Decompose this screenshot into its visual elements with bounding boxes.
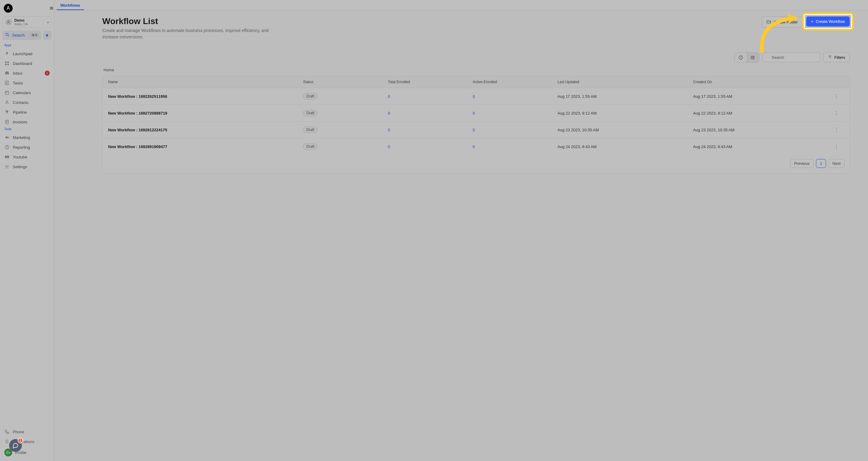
checklist-icon [4,80,10,86]
col-total-enrolled: Total Enrolled [388,80,472,84]
sidebar-item-tasks[interactable]: Tasks [2,78,52,88]
sidebar-item-inbox[interactable]: Inbox 0 [2,68,52,78]
status-badge: Draft [303,110,317,116]
inbox-count-badge: 0 [45,71,50,76]
row-actions-icon[interactable]: ⋮ [829,144,844,150]
section-tools-label: Tools [2,127,52,133]
create-folder-button[interactable]: Create Folder [762,17,802,28]
view-list-button[interactable] [747,53,759,62]
created-on: Aug 17 2023, 1:55 AM [693,94,829,99]
status-badge: Draft [303,126,317,133]
page-title: Workflow List [102,17,279,26]
total-enrolled[interactable]: 0 [388,128,472,132]
tab-workflows[interactable]: Workflows [57,1,84,10]
row-actions-icon[interactable]: ⋮ [829,127,844,133]
search-icon [5,32,10,38]
svg-rect-4 [7,62,9,63]
view-recent-button[interactable] [735,53,747,62]
svg-line-2 [8,35,9,36]
svg-rect-3 [5,62,7,63]
table-row[interactable]: New Workflow : 1692812224175Draft00Aug 2… [102,121,849,138]
table-row[interactable]: New Workflow : 1692720888719Draft00Aug 2… [102,105,849,121]
sidebar-item-contacts[interactable]: Contacts [2,97,52,107]
sidebar-item-youtube[interactable]: Youtube [2,152,52,162]
chart-icon [4,144,10,150]
chat-widget[interactable]: 2 [9,439,22,452]
active-enrolled[interactable]: 0 [472,94,557,99]
workflow-search-input[interactable] [762,52,820,62]
sidebar-item-marketing[interactable]: Marketing [2,133,52,142]
total-enrolled[interactable]: 0 [388,94,472,99]
sidebar-search-label: Search [12,33,28,37]
svg-point-12 [6,101,8,103]
sidebar-search-shortcut: ⌘ K [30,33,39,37]
workflow-name: New Workflow : 1692262511956 [108,94,303,99]
account-name: Demo [14,19,45,23]
total-enrolled[interactable]: 0 [388,144,472,149]
account-switcher[interactable]: Demo Irvine, CA ▾ [2,17,52,28]
sidebar-item-settings[interactable]: Settings [2,162,52,172]
active-enrolled[interactable]: 0 [472,128,557,132]
created-on: Aug 22 2023, 9:12 AM [693,111,829,115]
gear-icon [4,164,10,169]
sidebar: A ≡ Demo Irvine, CA ▾ Search ⌘ K [0,0,54,461]
workflow-name: New Workflow : 1692891909477 [108,144,303,149]
megaphone-icon [4,135,10,140]
svg-point-25 [751,56,751,56]
brand-logo[interactable]: A [4,4,13,13]
workflow-table: Name Status Total Enrolled Active Enroll… [102,76,850,174]
row-actions-icon[interactable]: ⋮ [829,110,844,116]
document-icon [4,119,10,125]
grid-icon [4,61,10,66]
svg-point-27 [751,58,751,59]
last-updated: Aug 17 2023, 1:55 AM [557,94,693,99]
created-on: Aug 24 2023, 8:43 AM [693,144,829,149]
last-updated: Aug 24 2023, 8:43 AM [557,144,693,149]
status-badge: Draft [303,143,317,150]
pagination-prev[interactable]: Previous [790,159,813,168]
phone-icon [4,429,10,434]
topbar: Workflows [54,0,868,10]
active-enrolled[interactable]: 0 [472,111,557,115]
sidebar-item-launchpad[interactable]: Launchpad [2,49,52,58]
col-created-on: Created On [693,80,829,84]
status-badge: Draft [303,93,317,99]
sidebar-search[interactable]: Search ⌘ K [2,30,41,40]
row-actions-icon[interactable]: ⋮ [829,93,844,99]
sidebar-item-phone[interactable]: Phone [2,427,52,437]
page-subtitle: Create and manage Workflows to automate … [102,27,279,40]
sidebar-item-dashboard[interactable]: Dashboard [2,58,52,68]
view-toggle [734,52,759,63]
filters-button[interactable]: Filters [823,52,850,62]
sidebar-item-calendars[interactable]: Calendars [2,88,52,97]
svg-point-0 [8,21,9,22]
chat-count-badge: 2 [18,438,23,443]
pagination-page-1[interactable]: 1 [816,159,826,168]
table-row[interactable]: New Workflow : 1692262511956Draft00Aug 1… [102,88,849,105]
col-name: Name [108,80,303,84]
svg-point-1 [6,33,8,36]
funnel-icon [4,109,10,115]
svg-rect-8 [5,91,9,95]
folder-icon [766,19,771,25]
workflow-name: New Workflow : 1692720888719 [108,111,303,115]
contacts-icon [4,99,10,105]
create-workflow-button[interactable]: + Create Workflow [806,17,850,27]
quick-action-button[interactable] [43,30,52,40]
svg-point-20 [6,166,8,167]
table-row[interactable]: New Workflow : 1692891909477Draft00Aug 2… [102,138,849,155]
sidebar-item-invoices[interactable]: Invoices [2,117,52,127]
workflow-name: New Workflow : 1692812224175 [108,128,303,132]
last-updated: Aug 23 2023, 10:35 AM [557,128,693,132]
breadcrumb[interactable]: Home [102,66,850,76]
plus-icon: + [811,19,813,24]
sidebar-item-pipeline[interactable]: Pipeline [2,107,52,117]
section-apps-label: Apps [2,43,52,49]
total-enrolled[interactable]: 0 [388,111,472,115]
filter-icon [828,55,832,60]
pagination-next[interactable]: Next [829,159,844,168]
active-enrolled[interactable]: 0 [472,144,557,149]
sidebar-item-reporting[interactable]: Reporting [2,142,52,152]
col-status: Status [303,80,388,84]
sidebar-collapse-icon[interactable]: ≡ [50,5,54,11]
